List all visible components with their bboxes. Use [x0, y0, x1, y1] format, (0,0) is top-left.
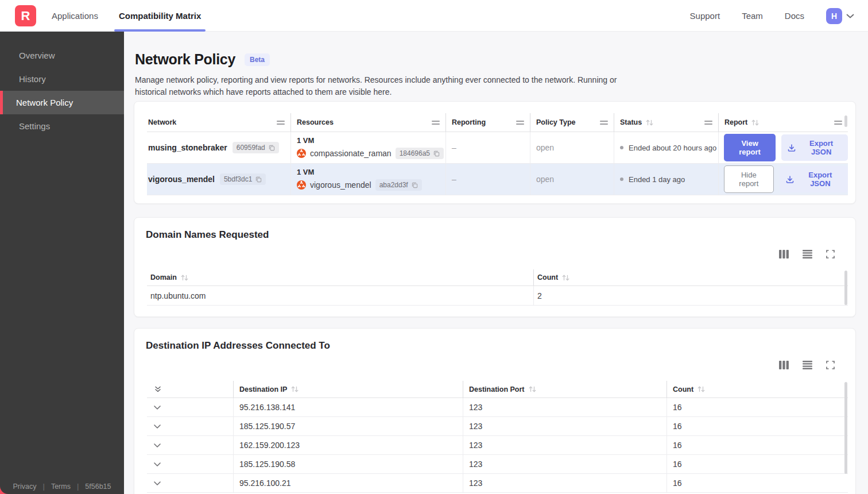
user-menu[interactable]: H — [826, 8, 854, 24]
ubuntu-icon — [297, 149, 306, 158]
table-row[interactable]: 162.159.200.123 123 16 — [147, 436, 848, 455]
destination-table-header: Destination IP Destination Port Count — [147, 381, 848, 398]
column-header-destination-port: Destination Port — [463, 381, 666, 397]
scrollbar-thumb[interactable] — [844, 115, 847, 127]
destination-port-cell: 123 — [463, 398, 666, 416]
network-name: vigorous_mendel — [148, 175, 215, 184]
column-header-count: Count — [533, 269, 848, 285]
download-icon — [788, 144, 796, 152]
rows-icon[interactable] — [803, 250, 812, 258]
columns-icon[interactable] — [779, 361, 789, 369]
sort-icon[interactable] — [562, 275, 569, 281]
main-content: Network Policy Beta Manage network polic… — [124, 32, 868, 494]
resource-id-badge: 184696a5 — [396, 148, 444, 159]
nav-link-team[interactable]: Team — [742, 11, 763, 21]
sidebar-item-overview[interactable]: Overview — [0, 44, 124, 67]
sort-icon[interactable] — [698, 386, 705, 392]
terms-link[interactable]: Terms — [51, 483, 71, 491]
beta-badge: Beta — [245, 53, 270, 66]
export-json-button[interactable]: Export JSON — [781, 134, 848, 161]
column-resize-handle[interactable] — [277, 121, 285, 125]
column-resize-handle[interactable] — [834, 121, 842, 125]
sidebar-item-history[interactable]: History — [0, 67, 124, 91]
fullscreen-icon[interactable] — [826, 361, 835, 369]
table-row[interactable]: 185.125.190.58 123 16 — [147, 455, 848, 474]
sidebar-item-settings[interactable]: Settings — [0, 114, 124, 138]
column-resize-handle[interactable] — [432, 121, 440, 125]
destination-port-cell: 123 — [463, 455, 666, 473]
destination-ip-cell: 162.159.200.123 — [233, 436, 463, 454]
copy-icon[interactable] — [255, 176, 262, 183]
column-header-resources: Resources — [290, 113, 445, 132]
scrollbar-thumb[interactable] — [844, 382, 847, 474]
nav-link-docs[interactable]: Docs — [785, 11, 804, 21]
column-resize-handle[interactable] — [516, 121, 524, 125]
status-dot — [620, 146, 623, 149]
copy-icon[interactable] — [433, 150, 440, 157]
table-row[interactable]: musing_stonebraker 60959fad 1 VM compass… — [147, 132, 848, 164]
count-cell: 16 — [666, 417, 848, 435]
table-tools — [779, 250, 835, 258]
table-row[interactable]: 95.216.100.21 123 16 — [147, 474, 848, 493]
chevron-down-icon[interactable] — [154, 443, 161, 447]
fullscreen-icon[interactable] — [826, 250, 835, 258]
expand-all-icon[interactable] — [154, 386, 161, 392]
chevron-down-icon[interactable] — [154, 406, 161, 410]
column-header-report: Report — [718, 113, 848, 132]
column-header-policy-type: Policy Type — [530, 113, 614, 132]
chevron-down-icon[interactable] — [846, 14, 854, 18]
resource-name: compassionate_raman — [310, 149, 392, 158]
privacy-link[interactable]: Privacy — [13, 483, 37, 491]
copy-icon[interactable] — [412, 182, 418, 188]
column-resize-handle[interactable] — [704, 121, 712, 125]
expander-cell — [147, 455, 233, 473]
nav-link-support[interactable]: Support — [690, 11, 720, 21]
destination-ip-card: Destination IP Addresses Connected To De… — [134, 328, 856, 494]
domain-names-card: Domain Names Requested Domain Count ntp.… — [134, 217, 856, 317]
column-resize-handle[interactable] — [600, 121, 608, 125]
hide-report-button[interactable]: Hide report — [724, 165, 774, 193]
brand-logo[interactable]: R — [15, 5, 36, 26]
table-row[interactable]: vigorous_mendel 5bdf3dc1 1 VM vigorous_m… — [147, 164, 848, 195]
view-report-button[interactable]: View report — [724, 134, 776, 161]
sort-icon[interactable] — [646, 119, 653, 126]
destination-ip-cell: 95.216.138.141 — [233, 398, 463, 416]
destination-port-cell: 123 — [463, 436, 666, 454]
export-json-button[interactable]: Export JSON — [780, 166, 848, 192]
columns-icon[interactable] — [779, 250, 789, 258]
sort-icon[interactable] — [181, 275, 188, 281]
tab-compatibility-matrix[interactable]: Compatibility Matrix — [119, 0, 201, 32]
table-tools — [779, 361, 835, 369]
status-cell: Ended 1 day ago — [614, 164, 718, 195]
network-id-badge: 60959fad — [232, 142, 279, 153]
policy-type-cell: open — [530, 164, 614, 195]
chevron-down-icon[interactable] — [154, 481, 161, 485]
footer-separator: | — [42, 482, 44, 491]
table-row: ntp.ubuntu.com 2 — [147, 286, 848, 306]
vm-count: 1 VM — [297, 168, 314, 176]
avatar[interactable]: H — [826, 8, 842, 24]
expand-all-header — [147, 381, 233, 397]
tab-applications[interactable]: Applications — [52, 0, 98, 32]
page-description: Manage network policy, reporting and vie… — [135, 74, 640, 98]
sort-icon[interactable] — [529, 386, 536, 392]
report-cell: Hide report Export JSON — [718, 164, 848, 195]
chevron-down-icon[interactable] — [154, 424, 161, 429]
sidebar-nav: Overview History Network Policy Settings — [0, 32, 124, 138]
count-cell: 16 — [666, 474, 848, 492]
count-cell: 16 — [666, 398, 848, 416]
sidebar-item-network-policy[interactable]: Network Policy — [0, 91, 124, 114]
sidebar-footer: Privacy | Terms | 5f56b15 — [0, 482, 124, 491]
chevron-down-icon[interactable] — [154, 462, 161, 466]
vm-count: 1 VM — [297, 136, 314, 145]
expander-cell — [147, 417, 233, 435]
sort-icon[interactable] — [291, 386, 299, 392]
scrollbar-thumb[interactable] — [844, 271, 847, 305]
active-tab-underline — [114, 29, 206, 32]
table-row[interactable]: 95.216.138.141 123 16 — [147, 398, 848, 417]
rows-icon[interactable] — [803, 361, 812, 369]
sort-icon[interactable] — [751, 119, 759, 126]
copy-icon[interactable] — [269, 145, 275, 151]
resources-cell: 1 VM vigorous_mendel aba2dd3f — [290, 164, 445, 195]
table-row[interactable]: 185.125.190.57 123 16 — [147, 417, 848, 436]
